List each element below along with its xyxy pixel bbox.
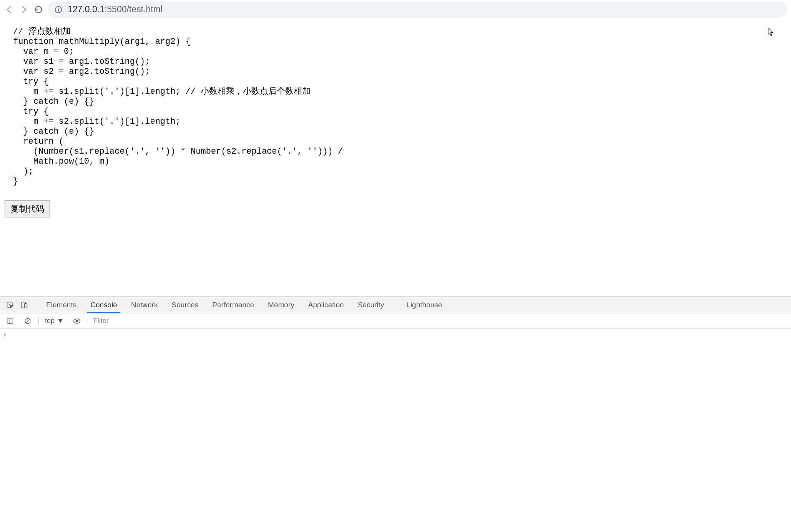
url-text: 127.0.0.1:5500/test.html <box>68 4 163 15</box>
clear-console-icon[interactable] <box>21 318 35 325</box>
tab-lighthouse[interactable]: Lighthouse <box>399 297 449 313</box>
devtools-panel: Elements Console Network Sources Perform… <box>0 296 791 532</box>
tab-network[interactable]: Network <box>124 297 165 313</box>
live-expression-icon[interactable] <box>70 317 84 325</box>
browser-toolbar: 127.0.0.1:5500/test.html <box>0 0 791 19</box>
console-body[interactable]: › <box>0 329 791 340</box>
svg-point-2 <box>58 7 59 8</box>
cursor-icon <box>768 28 774 38</box>
svg-line-9 <box>26 319 30 323</box>
svg-rect-5 <box>25 303 27 308</box>
tab-memory[interactable]: Memory <box>261 297 301 313</box>
forward-button <box>18 4 29 15</box>
console-toolbar: top ▼ <box>0 313 791 329</box>
console-sidebar-toggle-icon[interactable] <box>3 318 17 325</box>
back-button <box>4 4 15 15</box>
context-selector[interactable]: top ▼ <box>43 316 66 326</box>
copy-code-button[interactable]: 复制代码 <box>5 201 50 217</box>
tab-elements[interactable]: Elements <box>39 297 83 313</box>
page-content: // 浮点数相加 function mathMultiply(arg1, arg… <box>0 19 791 225</box>
reload-button[interactable] <box>33 4 44 15</box>
tab-sources[interactable]: Sources <box>165 297 206 313</box>
tab-performance[interactable]: Performance <box>205 297 261 313</box>
svg-point-10 <box>76 320 78 322</box>
tab-console[interactable]: Console <box>83 297 124 313</box>
address-bar[interactable]: 127.0.0.1:5500/test.html <box>48 2 787 18</box>
inspect-icon[interactable] <box>3 297 17 313</box>
device-toggle-icon[interactable] <box>17 297 31 313</box>
code-block: // 浮点数相加 function mathMultiply(arg1, arg… <box>13 27 786 187</box>
devtools-tab-bar: Elements Console Network Sources Perform… <box>0 297 791 313</box>
info-icon <box>55 6 62 13</box>
chevron-down-icon: ▼ <box>57 317 64 325</box>
tab-application[interactable]: Application <box>301 297 351 313</box>
tab-security[interactable]: Security <box>351 297 391 313</box>
filter-input[interactable] <box>92 315 791 326</box>
console-prompt-icon: › <box>4 331 6 338</box>
